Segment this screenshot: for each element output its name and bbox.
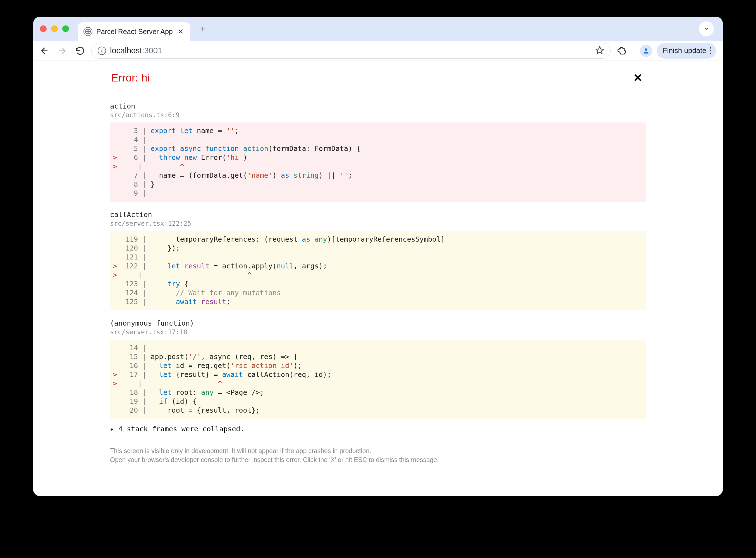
dev-footer-note: This screen is visible only in developme… bbox=[110, 447, 646, 464]
frame-function-name: callAction bbox=[110, 211, 646, 219]
reload-button[interactable] bbox=[73, 44, 87, 57]
close-tab-icon[interactable]: ✕ bbox=[177, 28, 185, 35]
globe-icon bbox=[83, 27, 92, 36]
tabs-dropdown-button[interactable] bbox=[699, 21, 714, 36]
extensions-icon[interactable] bbox=[615, 44, 628, 57]
close-window-button[interactable] bbox=[40, 25, 47, 32]
new-tab-button[interactable]: + bbox=[196, 22, 210, 36]
tab-strip: Parcel React Server App ✕ + bbox=[33, 17, 723, 41]
tab-title: Parcel React Server App bbox=[96, 28, 173, 36]
back-button[interactable] bbox=[38, 44, 51, 57]
stack-frame: actionsrc/actions.ts:6:9 3 | export let … bbox=[110, 102, 646, 202]
address-bar[interactable]: i localhost:3001 bbox=[91, 43, 611, 58]
error-title: Error: hi bbox=[111, 72, 150, 84]
divider bbox=[634, 46, 634, 56]
frame-location: src/server.tsx:122:25 bbox=[110, 220, 646, 227]
frame-function-name: (anonymous function) bbox=[110, 319, 646, 327]
browser-toolbar: i localhost:3001 Finish update bbox=[33, 41, 723, 61]
window-controls bbox=[40, 25, 69, 32]
minimize-window-button[interactable] bbox=[51, 25, 58, 32]
page-content: Error: hi ✕ actionsrc/actions.ts:6:9 3 |… bbox=[33, 61, 723, 496]
stack-frame: callActionsrc/server.tsx:122:25 119 | te… bbox=[110, 211, 646, 310]
collapsed-frames-toggle[interactable]: 4 stack frames were collapsed. bbox=[110, 425, 646, 433]
forward-button[interactable] bbox=[55, 44, 69, 57]
finish-update-label: Finish update bbox=[663, 46, 706, 55]
finish-update-button[interactable]: Finish update bbox=[657, 43, 716, 58]
frame-function-name: action bbox=[110, 102, 646, 110]
code-snippet: 3 | export let name = ''; 4 | 5 | export… bbox=[110, 123, 646, 202]
maximize-window-button[interactable] bbox=[62, 25, 69, 32]
frame-location: src/actions.ts:6:9 bbox=[110, 111, 646, 119]
code-snippet: 14 | 15 | app.post('/', async (req, res)… bbox=[110, 339, 646, 419]
site-info-icon[interactable]: i bbox=[98, 47, 106, 55]
browser-tab[interactable]: Parcel React Server App ✕ bbox=[78, 22, 190, 41]
url-text: localhost:3001 bbox=[110, 46, 162, 55]
bookmark-star-icon[interactable] bbox=[595, 46, 604, 56]
close-icon[interactable]: ✕ bbox=[631, 69, 645, 86]
svg-marker-3 bbox=[596, 46, 604, 53]
code-snippet: 119 | temporaryReferences: (request as a… bbox=[110, 231, 646, 310]
kebab-icon bbox=[710, 47, 711, 54]
browser-window: Parcel React Server App ✕ + i localhost:… bbox=[33, 17, 723, 496]
profile-avatar[interactable] bbox=[640, 45, 652, 57]
stack-frame: (anonymous function)src/server.tsx:17:18… bbox=[110, 319, 646, 419]
error-overlay: Error: hi ✕ actionsrc/actions.ts:6:9 3 |… bbox=[110, 69, 646, 464]
frame-location: src/server.tsx:17:18 bbox=[110, 328, 646, 336]
svg-point-4 bbox=[645, 48, 648, 51]
